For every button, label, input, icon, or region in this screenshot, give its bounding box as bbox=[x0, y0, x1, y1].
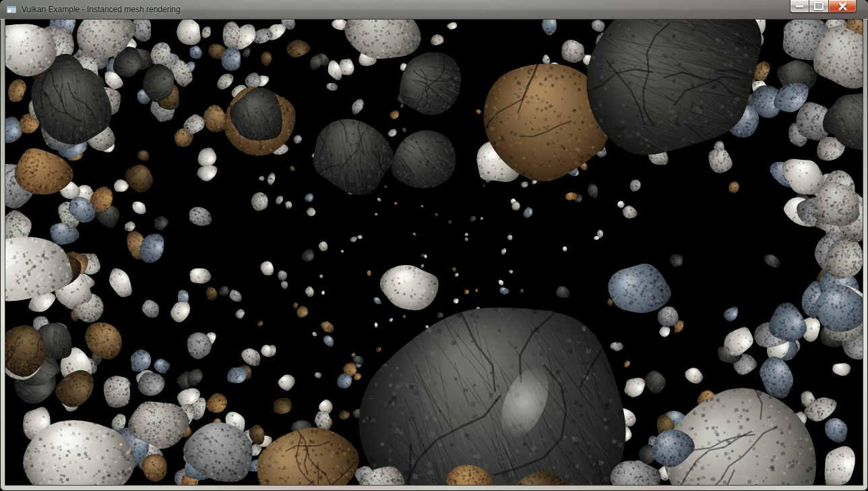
app-icon bbox=[6, 4, 17, 15]
titlebar[interactable]: Vulkan Example - Instanced mesh renderin… bbox=[0, 0, 868, 20]
maximize-icon bbox=[814, 2, 824, 10]
client-area bbox=[5, 20, 863, 485]
window-controls bbox=[790, 0, 857, 13]
render-viewport[interactable] bbox=[5, 20, 863, 485]
close-icon bbox=[838, 3, 848, 10]
minimize-button[interactable] bbox=[790, 0, 809, 13]
app-window: Vulkan Example - Instanced mesh renderin… bbox=[0, 0, 868, 491]
maximize-button[interactable] bbox=[809, 0, 828, 13]
minimize-icon bbox=[796, 5, 803, 7]
window-title: Vulkan Example - Instanced mesh renderin… bbox=[22, 5, 181, 14]
close-button[interactable] bbox=[828, 0, 857, 13]
